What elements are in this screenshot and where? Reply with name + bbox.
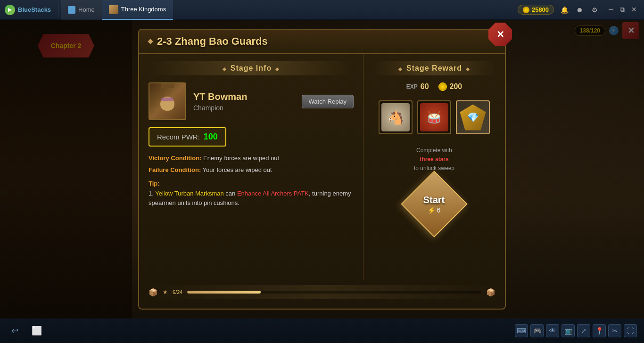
gem-icon: 💎 xyxy=(460,105,486,131)
progress-bar xyxy=(187,291,481,294)
champion-avatar xyxy=(149,82,186,120)
minimize-button[interactable]: ─ xyxy=(607,6,615,14)
watch-replay-button[interactable]: Watch Replay xyxy=(302,95,354,108)
start-cost-value: 6 xyxy=(437,206,441,213)
tip-red: Enhance All Archers PATK xyxy=(237,190,309,197)
coins-display: 25800 xyxy=(518,5,554,15)
game-tab-icon xyxy=(109,5,118,14)
recom-value: 100 xyxy=(204,132,218,142)
failure-text: Your forces are wiped out xyxy=(203,166,272,173)
resize-icon[interactable]: ⤢ xyxy=(577,324,590,337)
bottom-right-controls: ⌨ 🎮 👁 📺 ⤢ 📍 ✂ ⛶ xyxy=(515,324,637,337)
home-tab[interactable]: Home xyxy=(61,0,102,20)
char-hair xyxy=(161,82,174,88)
settings-icon[interactable]: ⚙ xyxy=(590,5,599,15)
modal-header: 2-3 Zhang Bao Guards ✕ xyxy=(139,30,505,54)
home-tab-label: Home xyxy=(78,6,95,13)
sweep-info: Complete with three stars to unlock swee… xyxy=(414,146,454,173)
victory-condition: Victory Condition: Enemy forces are wipe… xyxy=(149,154,354,175)
taskbar: ▶ BlueStacks Home Three Kingdoms 25800 🔔… xyxy=(0,0,644,20)
stage-info-panel: Stage Info YT xyxy=(139,54,363,280)
bottom-left-controls: ↩ ⬜ xyxy=(7,323,44,338)
stage-info-header: Stage Info xyxy=(149,61,354,75)
recom-label: Recom PWR: xyxy=(157,133,200,141)
stage-info-title: Stage Info xyxy=(149,61,354,75)
victory-line: Victory Condition: Enemy forces are wipe… xyxy=(149,154,354,163)
start-cost: ⚡ 6 xyxy=(423,206,445,213)
failure-label: Failure Condition: xyxy=(149,166,201,173)
modal-footer: 📦 ★ 6/24 📦 xyxy=(149,285,495,299)
modal-overlay: 2-3 Zhang Bao Guards ✕ Stage Info xyxy=(0,20,644,318)
screen-icon[interactable]: 📺 xyxy=(561,324,575,337)
coins-amount: 25800 xyxy=(532,6,549,13)
victory-label: Victory Condition: xyxy=(149,155,201,162)
home-bottom-icon[interactable]: ⬜ xyxy=(29,323,44,338)
game-tab-label: Three Kingdoms xyxy=(121,6,166,13)
notification-icon[interactable]: 🔔 xyxy=(560,5,569,15)
failure-line: Failure Condition: Your forces are wiped… xyxy=(149,165,354,175)
tip-text: 1. Yellow Turban Marksman can Enhance Al… xyxy=(149,189,354,209)
tip-section: Tip: 1. Yellow Turban Marksman can Enhan… xyxy=(149,180,354,209)
reward-items: 🐴 🥁 💎 xyxy=(379,100,490,134)
start-button-inner: Start ⚡ 6 xyxy=(423,194,445,213)
close-button[interactable]: ✕ xyxy=(630,6,638,14)
exp-value: 60 xyxy=(421,82,429,91)
stage-modal: 2-3 Zhang Bao Guards ✕ Stage Info xyxy=(138,29,506,310)
modal-title: 2-3 Zhang Bao Guards xyxy=(157,35,268,48)
drum-icon: 🥁 xyxy=(420,103,448,131)
tip-yellow: Yellow Turban Marksman xyxy=(155,190,223,197)
bottom-taskbar: ↩ ⬜ ⌨ 🎮 👁 📺 ⤢ 📍 ✂ ⛶ xyxy=(0,318,644,343)
sweep-stars: three stars xyxy=(420,156,448,163)
progress-label: 6/24 xyxy=(173,289,182,295)
game-tab[interactable]: Three Kingdoms xyxy=(102,0,173,20)
reward-item-drum: 🥁 xyxy=(417,100,451,134)
recom-power-box: Recom PWR: 100 xyxy=(149,127,226,147)
keyboard-icon[interactable]: ⌨ xyxy=(515,324,528,337)
bluestacks-name: BlueStacks xyxy=(18,6,51,13)
scissors-icon[interactable]: ✂ xyxy=(608,324,621,337)
tip-pre: 1. xyxy=(149,190,155,197)
sweep-text: Complete with xyxy=(416,147,452,154)
champion-name: YT Bowman xyxy=(193,91,247,102)
restore-button[interactable]: ⧉ xyxy=(619,6,626,14)
chest-left-icon: 📦 xyxy=(149,288,158,297)
champion-title: Champion xyxy=(193,104,247,112)
progress-fill xyxy=(187,291,261,294)
game-background: Chapter 2 138/120 + ✕ 2-3 Zhang Bao Guar… xyxy=(0,20,644,318)
start-button[interactable]: Start ⚡ 6 xyxy=(401,171,467,237)
taskbar-divider xyxy=(58,3,58,17)
home-icon xyxy=(68,6,75,14)
start-btn-container: Start ⚡ 6 xyxy=(411,180,458,228)
window-controls: ─ ⧉ ✕ xyxy=(607,6,638,14)
start-label: Start xyxy=(423,194,445,205)
gold-icon xyxy=(438,82,447,91)
char-band xyxy=(161,98,173,101)
gold-value: 200 xyxy=(450,82,462,91)
bluestacks-logo: ▶ BlueStacks xyxy=(0,5,56,15)
fullscreen-icon[interactable]: ⛶ xyxy=(624,324,637,337)
eye-icon[interactable]: 👁 xyxy=(546,324,559,337)
coin-icon xyxy=(523,7,529,13)
stage-reward-panel: Stage Reward EXP 60 200 xyxy=(363,54,505,280)
tip-label: Tip: xyxy=(149,180,354,187)
horse-icon: 🐴 xyxy=(381,103,410,131)
reward-stats: EXP 60 200 xyxy=(406,82,462,91)
back-icon[interactable]: ↩ xyxy=(7,323,22,338)
reward-header: Stage Reward xyxy=(373,61,495,75)
modal-close-button[interactable]: ✕ xyxy=(488,23,512,46)
tip-mid: can xyxy=(224,190,237,197)
gamepad-icon[interactable]: 🎮 xyxy=(530,324,544,337)
champion-details: YT Bowman Champion xyxy=(193,91,247,112)
stage-reward-title: Stage Reward xyxy=(373,61,495,75)
exp-stat: EXP 60 xyxy=(406,82,429,91)
reward-item-horse: 🐴 xyxy=(379,100,413,134)
char-head xyxy=(160,97,174,111)
chest-right-icon: 📦 xyxy=(486,288,495,297)
victory-text: Enemy forces are wiped out xyxy=(203,155,279,162)
modal-body: Stage Info YT xyxy=(139,54,505,280)
lightning-icon: ⚡ xyxy=(428,206,436,213)
record-icon[interactable]: ⏺ xyxy=(575,5,584,15)
location-icon[interactable]: 📍 xyxy=(593,324,606,337)
star-icon: ★ xyxy=(163,289,168,295)
reward-item-gem: 💎 xyxy=(456,100,490,134)
